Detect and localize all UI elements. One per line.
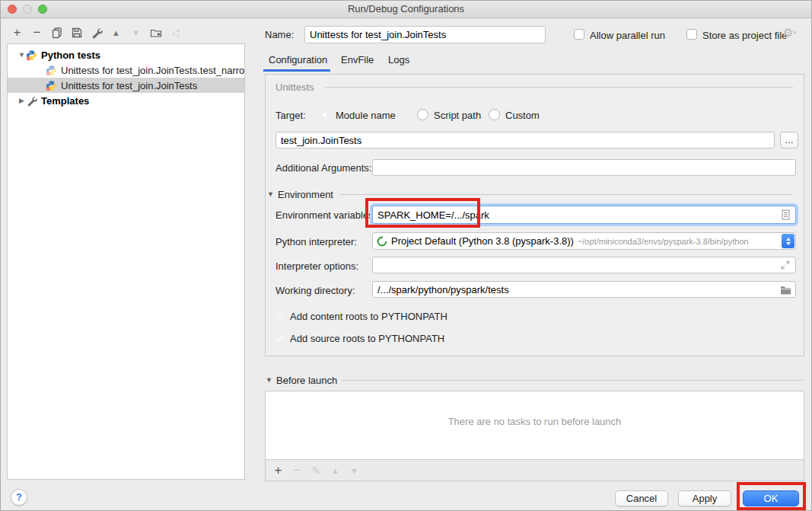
tree-item-label: Python tests	[41, 50, 100, 61]
move-task-up-icon[interactable]: ▲	[329, 464, 342, 477]
configurations-toolbar: + − ▲ ▼ ↓ az	[11, 25, 182, 40]
chevron-down-icon[interactable]: ▼	[18, 51, 26, 59]
working-directory-input[interactable]	[372, 281, 796, 298]
window-title: Run/Debug Configurations	[1, 3, 811, 14]
python-interpreter-label: Python interpreter:	[275, 236, 357, 248]
dropdown-stepper-icon[interactable]	[782, 234, 794, 248]
tab-configuration[interactable]: Configuration	[269, 54, 327, 65]
environment-divider	[340, 194, 793, 195]
edit-templates-wrench-icon[interactable]	[90, 26, 103, 40]
additional-arguments-input[interactable]	[372, 159, 796, 176]
radio-script-path[interactable]	[417, 109, 428, 120]
ok-button[interactable]: OK	[743, 490, 799, 506]
tree-item-label: Templates	[41, 95, 89, 107]
module-name-input[interactable]	[275, 132, 775, 149]
group-divider	[325, 87, 793, 88]
python-run-config-icon	[46, 80, 57, 91]
allow-parallel-run-label: Allow parallel run	[590, 30, 665, 41]
tree-item-unittest-jointests-selected[interactable]: Unittests for test_join.JoinTests	[8, 78, 244, 93]
run-debug-configurations-dialog: Run/Debug Configurations + − ▲ ▼ ↓ az ▼	[0, 0, 812, 511]
environment-section-collapse-icon[interactable]: ▼	[267, 190, 274, 198]
cancel-button[interactable]: Cancel	[615, 490, 668, 506]
python-run-config-icon	[46, 65, 57, 76]
before-launch-collapse-icon[interactable]: ▼	[266, 376, 272, 384]
environment-variables-label: Environment variables:	[275, 209, 376, 221]
before-launch-empty-text: There are no tasks to run before launch	[266, 416, 804, 427]
tree-item-label: Unittests for test_join.JoinTests.test_n…	[61, 65, 245, 76]
copy-configuration-icon[interactable]	[50, 26, 63, 40]
add-task-icon[interactable]: +	[272, 464, 285, 477]
apply-button[interactable]: Apply	[678, 490, 731, 506]
sort-configurations-icon[interactable]: ↓ az	[169, 26, 182, 40]
configurations-tree: ▼ Python tests Unittests for test_join.J…	[7, 43, 245, 480]
environment-section-title: Environment	[278, 189, 333, 200]
browse-module-button[interactable]: …	[780, 132, 798, 149]
add-content-roots-label: Add content roots to PYTHONPATH	[290, 311, 447, 322]
browse-variables-icon[interactable]	[782, 209, 790, 223]
remove-task-icon[interactable]: −	[291, 464, 304, 477]
tree-item-label: Unittests for test_join.JoinTests	[61, 80, 197, 91]
edit-task-icon[interactable]: ✎	[310, 464, 323, 477]
tab-envfile[interactable]: EnvFile	[341, 54, 374, 65]
active-tab-indicator	[263, 69, 330, 72]
before-launch-divider	[342, 380, 803, 381]
store-as-project-file-checkbox[interactable]	[686, 29, 697, 40]
interpreter-options-label: Interpreter options:	[275, 260, 358, 272]
python-interpreter-dropdown[interactable]: Project Default (Python 3.8 (pyspark-3.8…	[372, 232, 796, 250]
interpreter-options-input[interactable]	[372, 257, 796, 273]
tree-item-python-tests[interactable]: ▼ Python tests	[8, 47, 244, 62]
tree-item-templates[interactable]: ▶ Templates	[8, 93, 244, 108]
additional-arguments-label: Additional Arguments:	[275, 162, 371, 174]
allow-parallel-run-checkbox[interactable]	[574, 29, 584, 40]
add-source-roots-label: Add source roots to PYTHONPATH	[290, 333, 444, 344]
name-input[interactable]	[304, 26, 546, 43]
configuration-panel: Unittests Target: Module name Script pat…	[265, 74, 804, 356]
browse-folder-icon[interactable]	[780, 284, 791, 298]
title-bar: Run/Debug Configurations	[1, 1, 811, 18]
templates-wrench-icon	[26, 95, 37, 107]
unittests-group-title: Unittests	[275, 81, 314, 93]
radio-module-name-label: Module name	[336, 110, 396, 121]
before-launch-panel: There are no tasks to run before launch …	[265, 391, 804, 481]
interpreter-path: ~/opt/miniconda3/envs/pyspark-3.8/bin/py…	[578, 237, 749, 246]
interpreter-value: Project Default (Python 3.8 (pyspark-3.8…	[391, 235, 574, 247]
environment-variables-input[interactable]	[372, 206, 796, 224]
radio-custom[interactable]	[489, 109, 500, 120]
working-directory-label: Working directory:	[275, 285, 355, 296]
question-mark-icon: ?	[16, 492, 21, 503]
move-up-icon[interactable]: ▲	[110, 26, 123, 40]
store-options-gear-icon[interactable]: ⚙ ▾	[783, 27, 796, 38]
move-task-down-icon[interactable]: ▼	[348, 464, 361, 477]
radio-custom-label: Custom	[505, 110, 540, 121]
tab-logs[interactable]: Logs	[388, 54, 409, 65]
before-launch-toolbar: + − ✎ ▲ ▼	[266, 459, 804, 481]
remove-configuration-icon[interactable]: −	[30, 26, 43, 40]
chevron-right-icon[interactable]: ▶	[18, 97, 26, 104]
store-as-project-file-label: Store as project file	[702, 30, 787, 41]
tree-item-unittest-narrow[interactable]: Unittests for test_join.JoinTests.test_n…	[8, 62, 244, 78]
move-down-icon[interactable]: ▼	[129, 26, 142, 40]
help-button[interactable]: ?	[11, 489, 27, 506]
create-folder-icon[interactable]	[149, 26, 162, 40]
conda-env-icon	[377, 236, 387, 247]
name-label: Name:	[265, 29, 294, 40]
before-launch-title: Before launch	[276, 375, 337, 386]
radio-script-path-label: Script path	[434, 110, 481, 121]
target-label: Target:	[275, 110, 306, 121]
python-tests-icon	[26, 50, 37, 61]
add-configuration-icon[interactable]: +	[11, 26, 24, 40]
save-configuration-icon[interactable]	[70, 26, 83, 40]
expand-field-icon[interactable]	[780, 260, 791, 273]
